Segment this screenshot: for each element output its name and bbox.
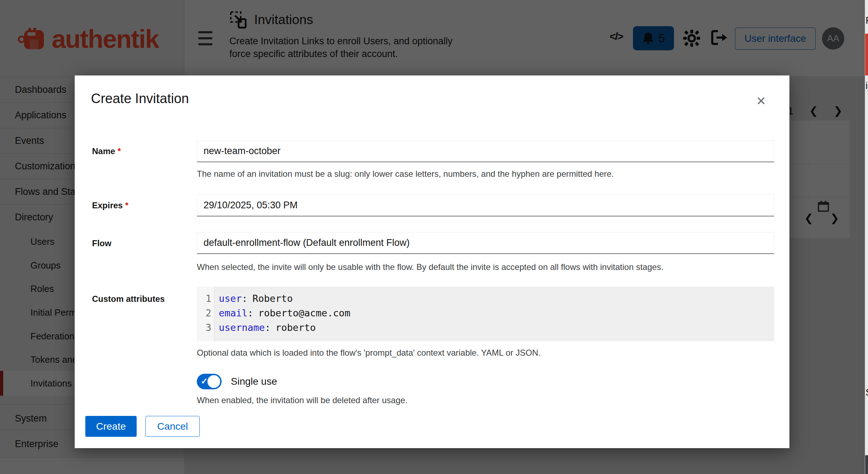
single-use-toggle[interactable]: ✓ [197, 374, 222, 389]
required-marker: * [125, 201, 128, 210]
code-lines: user:Roberto email:roberto@acme.com user… [215, 287, 350, 341]
custom-attributes-help-text: Optional data which is loaded into the f… [197, 347, 774, 358]
cancel-button[interactable]: Cancel [145, 416, 200, 437]
create-invitation-modal: Create Invitation ✕ Name * The name of a… [75, 75, 789, 448]
drawer-dark-element [865, 455, 868, 474]
line-number: 3 [197, 320, 211, 335]
code-line: email:roberto@acme.com [219, 306, 350, 320]
drawer-text-fragment: i [866, 80, 868, 91]
close-icon[interactable]: ✕ [753, 93, 769, 109]
code-gutter: 1 2 3 [197, 287, 215, 341]
required-marker: * [118, 146, 121, 156]
custom-attributes-code-editor[interactable]: 1 2 3 user:Roberto email:roberto@acme.co… [197, 287, 774, 341]
expires-field-label: Expires * [92, 201, 129, 210]
line-number: 1 [197, 291, 211, 306]
line-number: 2 [197, 306, 211, 320]
notification-drawer-edge: F i S [865, 0, 868, 474]
custom-attributes-label: Custom attributes [92, 294, 165, 304]
single-use-help-text: When enabled, the invitation will be del… [197, 395, 774, 406]
single-use-label: Single use [231, 376, 277, 387]
code-line: username:roberto [219, 320, 350, 335]
code-line: user:Roberto [219, 291, 350, 306]
app-root: authentik Dashboards Applications Events… [0, 0, 868, 474]
modal-title: Create Invitation [91, 91, 189, 106]
flow-field-label: Flow [92, 238, 112, 248]
drawer-text-fragment: F [866, 15, 868, 26]
check-icon: ✓ [201, 376, 208, 386]
flow-select-input[interactable] [197, 232, 774, 254]
calendar-icon[interactable] [817, 200, 832, 214]
name-help-text: The name of an invitation must be a slug… [197, 168, 774, 179]
expires-datetime-input[interactable] [197, 194, 774, 216]
name-input[interactable] [197, 140, 774, 162]
create-button[interactable]: Create [85, 416, 137, 437]
toggle-knob [207, 375, 220, 388]
drawer-text-fragment: S [866, 387, 868, 398]
drawer-red-element [865, 34, 868, 75]
name-field-label: Name * [92, 146, 121, 156]
flow-help-text: When selected, the invite will only be u… [197, 261, 774, 272]
